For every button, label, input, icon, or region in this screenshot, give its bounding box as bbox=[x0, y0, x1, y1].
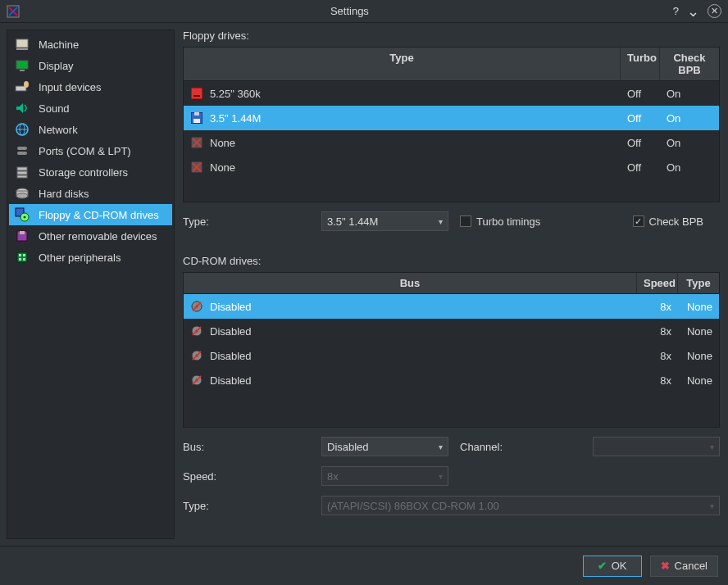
cd-disabled-icon bbox=[190, 374, 203, 387]
floppy-header-checkbpb[interactable]: Check BPB bbox=[660, 48, 719, 80]
sidebar-item-display[interactable]: Display bbox=[9, 55, 172, 76]
cdrom-header-bus[interactable]: Bus bbox=[184, 273, 637, 293]
floppy-row-type: 3.5" 1.44M bbox=[210, 112, 261, 125]
cdrom-row-type: None bbox=[678, 346, 719, 366]
svg-rect-31 bbox=[191, 88, 202, 99]
sidebar-item-sound[interactable]: Sound bbox=[9, 98, 172, 119]
floppy-header-turbo[interactable]: Turbo bbox=[621, 48, 660, 80]
floppy-type-select[interactable]: 3.5" 1.44M bbox=[321, 211, 448, 231]
sidebar-item-other-peripherals[interactable]: Other peripherals bbox=[9, 247, 172, 268]
svg-rect-26 bbox=[17, 252, 27, 262]
cd-disabled-icon bbox=[190, 324, 203, 338]
floppy-row[interactable]: 3.5" 1.44M Off On bbox=[184, 106, 719, 130]
floppy-row-type: None bbox=[210, 137, 235, 149]
sidebar: Machine Display Input devices Sound Netw… bbox=[7, 29, 175, 539]
content-area: Machine Display Input devices Sound Netw… bbox=[0, 23, 728, 546]
cdrom-row-bus: Disabled bbox=[210, 374, 252, 387]
cd-disabled-icon bbox=[190, 349, 203, 362]
floppy-table: Type Turbo Check BPB 5.25" 360k Off On bbox=[183, 47, 720, 202]
sidebar-item-ports[interactable]: Ports (COM & LPT) bbox=[9, 140, 172, 161]
sidebar-item-label: Network bbox=[39, 124, 78, 136]
cdrom-bus-select[interactable]: Disabled bbox=[321, 437, 448, 456]
sidebar-item-floppy-cdrom[interactable]: Floppy & CD-ROM drives bbox=[9, 204, 172, 225]
floppy-section-label: Floppy drives: bbox=[183, 29, 720, 42]
hard-disks-icon bbox=[14, 185, 30, 202]
checkbpb-checkbox[interactable]: ✓ Check BPB bbox=[633, 215, 703, 228]
floppy-row-turbo: Off bbox=[621, 133, 660, 153]
network-icon bbox=[14, 121, 30, 138]
close-button[interactable]: ✕ bbox=[708, 4, 721, 18]
svg-rect-13 bbox=[17, 147, 27, 150]
sidebar-item-other-removable[interactable]: Other removable devices bbox=[9, 225, 172, 247]
cdrom-row-speed: 8x bbox=[637, 321, 678, 342]
settings-window: Settings ? ⌄ ✕ Machine Display Input dev… bbox=[0, 0, 728, 585]
storage-controllers-icon bbox=[14, 164, 30, 180]
floppy-none-icon bbox=[190, 161, 203, 174]
sidebar-item-label: Other removable devices bbox=[39, 230, 157, 243]
cdrom-row[interactable]: Disabled 8x None bbox=[184, 294, 719, 319]
turbo-checkbox[interactable]: Turbo timings bbox=[460, 215, 540, 228]
cdrom-row-speed: 8x bbox=[637, 346, 678, 366]
cd-disabled-icon bbox=[190, 300, 203, 313]
floppy-header-type[interactable]: Type bbox=[184, 48, 621, 80]
sidebar-item-label: Ports (COM & LPT) bbox=[39, 145, 131, 157]
cdrom-row[interactable]: Disabled 8x None bbox=[184, 319, 719, 343]
sidebar-item-machine[interactable]: Machine bbox=[9, 34, 172, 55]
floppy-cdrom-icon bbox=[14, 206, 30, 223]
floppy-row-check: On bbox=[660, 84, 719, 104]
floppy-row[interactable]: None Off On bbox=[184, 155, 719, 179]
cdrom-speed-row: Speed: 8x bbox=[183, 465, 720, 487]
cdrom-header-speed[interactable]: Speed bbox=[637, 273, 678, 293]
cdrom-row-bus: Disabled bbox=[210, 325, 252, 338]
floppy-table-body: 5.25" 360k Off On 3.5" 1.44M Off On bbox=[184, 81, 719, 179]
svg-rect-4 bbox=[16, 48, 28, 50]
svg-rect-32 bbox=[193, 95, 200, 97]
checkbpb-checkbox-box: ✓ bbox=[633, 215, 644, 227]
floppy-row-check: On bbox=[660, 133, 719, 153]
input-devices-icon bbox=[14, 79, 30, 95]
floppy-525-icon bbox=[190, 87, 203, 100]
cdrom-row-bus: Disabled bbox=[210, 301, 252, 313]
svg-point-23 bbox=[24, 216, 26, 219]
sidebar-item-label: Hard disks bbox=[39, 188, 89, 200]
cdrom-section-label: CD-ROM drives: bbox=[183, 255, 720, 267]
svg-rect-34 bbox=[194, 112, 199, 116]
floppy-row-type: None bbox=[210, 161, 235, 174]
floppy-row-turbo: Off bbox=[621, 84, 660, 104]
dialog-footer: ✔ OK ✖ Cancel bbox=[0, 546, 728, 585]
svg-rect-14 bbox=[17, 152, 27, 155]
cdrom-table-header: Bus Speed Type bbox=[184, 273, 719, 294]
window-title: Settings bbox=[26, 5, 673, 17]
cancel-button[interactable]: ✖ Cancel bbox=[650, 556, 718, 577]
cdrom-type-row: Type: (ATAPI/SCSI) 86BOX CD-ROM 1.00 bbox=[183, 495, 720, 516]
machine-icon bbox=[14, 36, 30, 52]
floppy-row-check: On bbox=[660, 108, 719, 129]
floppy-row-check: On bbox=[660, 157, 719, 178]
ok-button[interactable]: ✔ OK bbox=[583, 556, 642, 577]
sidebar-item-storage-controllers[interactable]: Storage controllers bbox=[9, 161, 172, 183]
floppy-type-row: Type: 3.5" 1.44M Turbo timings ✓ Check B… bbox=[183, 211, 720, 232]
turbo-checkbox-box bbox=[460, 215, 471, 227]
sidebar-item-hard-disks[interactable]: Hard disks bbox=[9, 183, 172, 204]
svg-point-20 bbox=[16, 193, 28, 198]
cdrom-row-bus: Disabled bbox=[210, 350, 252, 362]
cdrom-header-type[interactable]: Type bbox=[678, 273, 719, 293]
floppy-row[interactable]: None Off On bbox=[184, 130, 719, 155]
titlebar: Settings ? ⌄ ✕ bbox=[0, 0, 728, 23]
svg-rect-35 bbox=[193, 119, 200, 123]
sidebar-item-input-devices[interactable]: Input devices bbox=[9, 76, 172, 98]
floppy-row[interactable]: 5.25" 360k Off On bbox=[184, 81, 719, 106]
cdrom-channel-select bbox=[593, 437, 720, 456]
cdrom-speed-label: Speed: bbox=[183, 470, 310, 483]
cdrom-row[interactable]: Disabled 8x None bbox=[184, 368, 719, 392]
sidebar-item-network[interactable]: Network bbox=[9, 119, 172, 140]
svg-rect-5 bbox=[16, 61, 28, 69]
main-panel: Floppy drives: Type Turbo Check BPB 5.25… bbox=[181, 29, 721, 539]
cdrom-row[interactable]: Disabled 8x None bbox=[184, 343, 719, 368]
help-button[interactable]: ? bbox=[673, 5, 679, 17]
cdrom-type-select: (ATAPI/SCSI) 86BOX CD-ROM 1.00 bbox=[321, 496, 720, 515]
svg-rect-27 bbox=[19, 254, 21, 256]
cdrom-table: Bus Speed Type Disabled 8x None bbox=[183, 272, 720, 428]
minimize-button[interactable]: ⌄ bbox=[687, 7, 699, 16]
sidebar-item-label: Floppy & CD-ROM drives bbox=[39, 209, 159, 221]
